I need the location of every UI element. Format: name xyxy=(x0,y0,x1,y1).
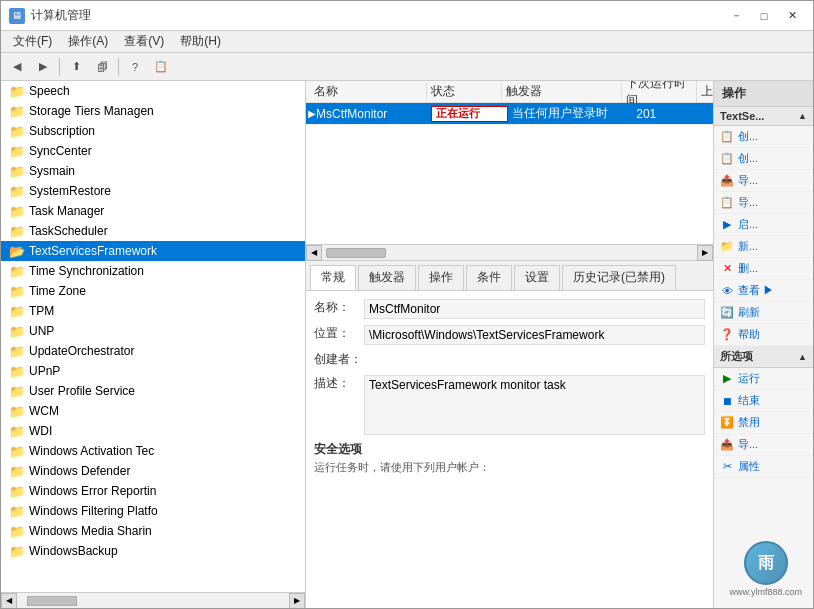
toolbar-up[interactable]: ⬆ xyxy=(64,56,88,78)
desc-value: TextServicesFramework monitor task xyxy=(364,375,705,435)
folder-icon-speech: 📁 xyxy=(9,84,25,99)
security-title: 安全选项 xyxy=(314,441,705,458)
task-scroll-right[interactable]: ▶ xyxy=(697,245,713,261)
tree-item-systemrestore[interactable]: 📁 SystemRestore xyxy=(1,181,305,201)
folder-icon-wcm: 📁 xyxy=(9,404,25,419)
tree-item-winmedia[interactable]: 📁 Windows Media Sharin xyxy=(1,521,305,541)
name-label: 名称： xyxy=(314,299,364,316)
security-section: 安全选项 运行任务时，请使用下列用户帐户： xyxy=(314,441,705,475)
tree-item-timezone[interactable]: 📁 Time Zone xyxy=(1,281,305,301)
folder-icon-winactivation: 📁 xyxy=(9,444,25,459)
tree-item-winactivation[interactable]: 📁 Windows Activation Tec xyxy=(1,441,305,461)
tree-item-upnp[interactable]: 📁 UPnP xyxy=(1,361,305,381)
action-create2[interactable]: 📋 创... xyxy=(714,148,813,170)
tab-action[interactable]: 操作 xyxy=(418,265,464,290)
task-row-msctfmonitor[interactable]: ▶ MsCtfMonitor 正在运行 当任何用户登录时 201 xyxy=(306,103,713,125)
security-text: 运行任务时，请使用下列用户帐户： xyxy=(314,460,705,475)
tree-item-tpm[interactable]: 📁 TPM xyxy=(1,301,305,321)
tree-item-unp[interactable]: 📁 UNP xyxy=(1,321,305,341)
tree-item-sysmain[interactable]: 📁 Sysmain xyxy=(1,161,305,181)
action-run[interactable]: ▶ 运行 xyxy=(714,368,813,390)
tab-condition[interactable]: 条件 xyxy=(466,265,512,290)
folder-icon-upnp: 📁 xyxy=(9,364,25,379)
actions-section-bottom-label: 所选项 xyxy=(720,349,753,364)
toolbar-back[interactable]: ◀ xyxy=(5,56,29,78)
tree-item-textservices[interactable]: 📂 TextServicesFramework xyxy=(1,241,305,261)
action-properties[interactable]: ✂ 属性 xyxy=(714,456,813,478)
folder-icon-windefender: 📁 xyxy=(9,464,25,479)
tree-item-wdi[interactable]: 📁 WDI xyxy=(1,421,305,441)
detail-content: 名称： MsCtfMonitor 位置： \Microsoft\Windows\… xyxy=(306,291,713,608)
toolbar-showhide[interactable]: 🗐 xyxy=(90,56,114,78)
section-expand-icon: ▲ xyxy=(798,111,807,121)
action-delete[interactable]: ✕ 删... xyxy=(714,258,813,280)
detail-section: 常规 触发器 操作 条件 设置 历史记录(已禁用) 名称： MsCtfMonit… xyxy=(306,261,713,608)
detail-tabs: 常规 触发器 操作 条件 设置 历史记录(已禁用) xyxy=(306,261,713,291)
author-value xyxy=(364,351,705,369)
tab-settings[interactable]: 设置 xyxy=(514,265,560,290)
tab-general[interactable]: 常规 xyxy=(310,265,356,290)
task-scroll-left[interactable]: ◀ xyxy=(306,245,322,261)
action-enable[interactable]: ▶ 启... xyxy=(714,214,813,236)
title-bar: 🖥 计算机管理 － □ ✕ xyxy=(1,1,813,31)
close-button[interactable]: ✕ xyxy=(779,6,805,26)
tree-item-speech[interactable]: 📁 Speech xyxy=(1,81,305,101)
minimize-button[interactable]: － xyxy=(723,6,749,26)
tree-item-winerror[interactable]: 📁 Windows Error Reportin xyxy=(1,481,305,501)
toolbar-help[interactable]: ? xyxy=(123,56,147,78)
tree-item-timesync[interactable]: 📁 Time Synchronization xyxy=(1,261,305,281)
action-help[interactable]: ❓ 帮助 xyxy=(714,324,813,346)
tree-item-synccenter[interactable]: 📁 SyncCenter xyxy=(1,141,305,161)
action-end[interactable]: ⏹ 结束 xyxy=(714,390,813,412)
refresh-icon: 🔄 xyxy=(720,306,734,320)
new-icon: 📁 xyxy=(720,240,734,254)
tree-scroll-track xyxy=(17,596,289,606)
col-header-trigger: 触发器 xyxy=(502,83,623,100)
row-name: MsCtfMonitor xyxy=(314,107,431,121)
tree-item-taskscheduler[interactable]: 📁 TaskScheduler xyxy=(1,221,305,241)
tab-trigger[interactable]: 触发器 xyxy=(358,265,416,290)
tree-item-taskmanager[interactable]: 📁 Task Manager xyxy=(1,201,305,221)
action-export2[interactable]: 📤 导... xyxy=(714,434,813,456)
title-bar-left: 🖥 计算机管理 xyxy=(9,7,91,24)
action-import[interactable]: 📋 导... xyxy=(714,192,813,214)
tree-scroll-left[interactable]: ◀ xyxy=(1,593,17,609)
tab-history[interactable]: 历史记录(已禁用) xyxy=(562,265,676,290)
action-export1[interactable]: 📤 导... xyxy=(714,170,813,192)
action-disable[interactable]: ⏬ 禁用 xyxy=(714,412,813,434)
task-hscroll: ◀ ▶ xyxy=(306,244,713,260)
export1-icon: 📤 xyxy=(720,174,734,188)
toolbar-forward[interactable]: ▶ xyxy=(31,56,55,78)
action-new[interactable]: 📁 新... xyxy=(714,236,813,258)
tree-item-windefender[interactable]: 📁 Windows Defender xyxy=(1,461,305,481)
menu-action[interactable]: 操作(A) xyxy=(60,31,116,52)
tree-hscroll: ◀ ▶ xyxy=(1,592,305,608)
folder-icon-wdi: 📁 xyxy=(9,424,25,439)
tree-item-subscription[interactable]: 📁 Subscription xyxy=(1,121,305,141)
name-value: MsCtfMonitor xyxy=(364,299,705,319)
toolbar-extra[interactable]: 📋 xyxy=(149,56,173,78)
menu-file[interactable]: 文件(F) xyxy=(5,31,60,52)
import-icon: 📋 xyxy=(720,196,734,210)
action-view[interactable]: 👁 查看 ▶ xyxy=(714,280,813,302)
action-create1[interactable]: 📋 创... xyxy=(714,126,813,148)
action-refresh[interactable]: 🔄 刷新 xyxy=(714,302,813,324)
folder-icon-winmedia: 📁 xyxy=(9,524,25,539)
menu-view[interactable]: 查看(V) xyxy=(116,31,172,52)
maximize-button[interactable]: □ xyxy=(751,6,777,26)
tree-item-wcm[interactable]: 📁 WCM xyxy=(1,401,305,421)
tree-item-storagetiers[interactable]: 📁 Storage Tiers Managen xyxy=(1,101,305,121)
tree-item-updateorch[interactable]: 📁 UpdateOrchestrator xyxy=(1,341,305,361)
tree-item-winfilter[interactable]: 📁 Windows Filtering Platfo xyxy=(1,501,305,521)
row-status: 正在运行 xyxy=(431,106,508,122)
tree-item-userprofile[interactable]: 📁 User Profile Service xyxy=(1,381,305,401)
menu-help[interactable]: 帮助(H) xyxy=(172,31,229,52)
tree-scroll-right[interactable]: ▶ xyxy=(289,593,305,609)
folder-icon-timezone: 📁 xyxy=(9,284,25,299)
folder-icon-winbackup: 📁 xyxy=(9,544,25,559)
folder-icon-systemrestore: 📁 xyxy=(9,184,25,199)
tree-item-winbackup[interactable]: 📁 WindowsBackup xyxy=(1,541,305,561)
tree-scroll-thumb xyxy=(27,596,77,606)
detail-row-author: 创建者： xyxy=(314,351,705,369)
left-panel: 📁 Speech 📁 Storage Tiers Managen 📁 Subsc… xyxy=(1,81,306,608)
